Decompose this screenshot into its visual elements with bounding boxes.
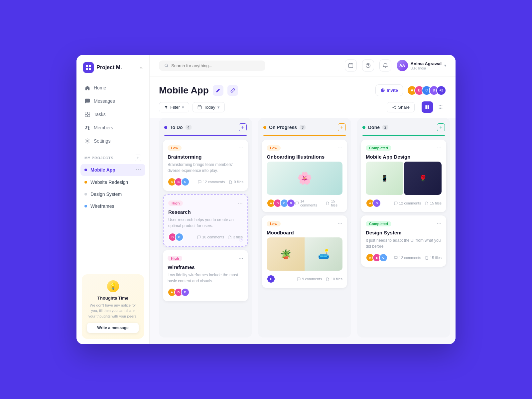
my-projects-header: MY PROJECTS + [76,149,149,164]
card-footer: A B C D 14 comments [267,199,342,207]
share-button[interactable]: Share [387,102,415,112]
card-meta: 14 comments 15 files [295,199,342,207]
thoughts-card: 💡 Thoughts Time We don't have any notice… [82,274,144,339]
grid-view-icon [438,105,443,109]
file-count: 15 files [430,256,442,260]
card-image: 🌸 [267,162,342,195]
filter-button[interactable]: Filter ▾ [159,102,189,112]
col-cards: Low ··· Brainstorming Brainstorming brin… [159,140,252,337]
card-meta: 12 comments 15 files [394,256,442,260]
card-menu-button[interactable]: ··· [238,200,243,206]
svg-point-11 [165,64,168,66]
sidebar-item-messages[interactable]: Messages [80,95,145,107]
card-footer: A D 12 comments 15 files [366,199,442,207]
card-menu-button[interactable]: ··· [238,255,243,262]
page-title-row: Mobile App [159,85,238,96]
sidebar-item-settings[interactable]: Settings [80,135,145,147]
search-icon [164,63,169,68]
board-view-button[interactable] [422,101,433,113]
card-avatar: D [372,199,381,207]
col-cards: Completed ··· Mobile App Design 📱 🌹 [357,140,450,337]
card-title: Design System [366,230,442,235]
card-title: Moodboard [267,230,342,235]
card-top-row: Low ··· [267,144,342,151]
sidebar-item-tasks[interactable]: Tasks [80,108,145,121]
project-item-design-system[interactable]: Design System [80,189,145,200]
priority-badge: High [168,200,183,206]
sidebar-item-members[interactable]: Members [80,121,145,134]
svg-rect-15 [198,105,201,109]
file-icon [229,180,232,184]
svg-point-8 [86,126,87,128]
project-item-wireframes[interactable]: Wireframes [80,200,145,212]
col-dot [362,126,365,129]
card-top-row: High ··· [168,200,243,206]
card-title: Mobile App Design [366,154,442,160]
card-avatar: D [181,288,190,297]
card-files: 15 files [326,199,342,207]
toolbar-divider [418,103,418,111]
card-desc: Low fidelity wireframes include the most… [168,272,243,284]
card-files: 10 files [326,277,342,281]
card-avatars: A B D [168,288,190,297]
collaborator-avatars: A B C D +2 [407,85,446,95]
calendar-button[interactable] [345,60,357,71]
mobile-design-image: 📱 🌹 [366,162,442,195]
svg-rect-2 [86,68,88,70]
help-icon [365,63,371,68]
col-title: On Progress [269,125,297,130]
project-item-website-redesign[interactable]: Website Redesign [80,177,145,188]
comment-icon [297,277,301,281]
card-footer: A B C 12 comments [366,253,442,262]
file-icon [326,277,330,281]
add-project-button[interactable]: + [135,155,141,161]
collapse-button[interactable]: « [140,65,143,70]
sidebar-logo: Project M. « [76,55,149,80]
card-meta: 10 comments 3 files [197,235,243,239]
card-menu-button[interactable]: ··· [337,144,342,151]
invite-button[interactable]: ⊕ Invite [375,84,403,96]
nav-settings-label: Settings [94,138,111,144]
write-message-button[interactable]: Write a message [87,323,139,333]
card-title: Research [168,209,243,215]
add-card-button[interactable]: + [239,123,247,131]
grid-view-button[interactable] [435,101,446,113]
card-menu-button[interactable]: ··· [238,144,243,151]
comment-icon [198,180,201,184]
sidebar-item-home[interactable]: Home [80,81,145,94]
project-item-mobile-app[interactable]: Mobile App ··· [80,164,145,176]
notifications-button[interactable] [379,60,391,71]
column-todo-header: To Do 4 + [159,118,252,135]
logo-icon [83,62,94,73]
search-bar[interactable] [159,61,265,71]
link-button[interactable] [227,85,238,96]
search-input[interactable] [171,63,260,68]
help-button[interactable] [362,60,374,71]
app-container: Project M. « Home Messages [76,55,456,344]
card-files: 15 files [425,256,442,260]
card-top-row: Low ··· [267,220,342,227]
card-menu-button[interactable]: ··· [337,220,342,227]
project-label: Wireframes [90,203,114,209]
card-avatar: C [379,253,388,262]
card-menu-button[interactable]: ··· [437,220,442,227]
card-top-row: Low ··· [168,144,243,151]
today-button[interactable]: Today ▾ [193,102,225,112]
priority-badge: Low [168,145,182,151]
card-footer: E 9 comments 10 files [267,275,342,283]
svg-point-10 [87,140,88,142]
add-card-button[interactable]: + [437,123,445,131]
file-icon [228,235,232,239]
col-cards: Low ··· Onboarding Illustrations 🌸 A B C [258,140,351,337]
user-info[interactable]: AA Anima Agrawal U.P, India ▾ [397,60,446,71]
edit-title-button[interactable] [213,85,223,96]
kanban-board: To Do 4 + Low ··· Brainstorming Brainsto [150,118,456,344]
column-done: Done 2 + Completed ··· Mobile App Design [357,118,450,337]
card-menu-button[interactable]: ··· [437,144,442,151]
svg-point-22 [440,105,441,106]
svg-point-27 [439,108,440,109]
app-name: Project M. [96,65,122,70]
add-card-button[interactable]: + [338,123,346,131]
svg-point-28 [440,108,441,109]
project-menu-icon[interactable]: ··· [136,167,141,173]
